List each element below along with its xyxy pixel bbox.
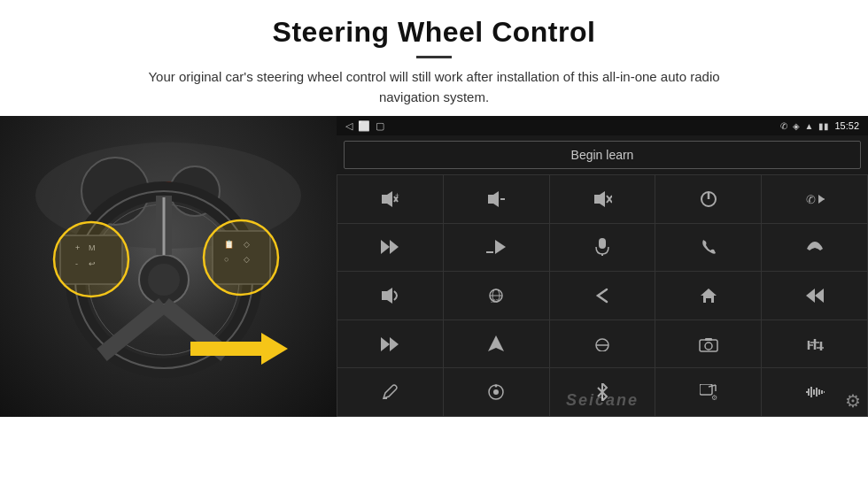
android-status-bar: ◁ ⬜ ▢ ✆ ◈ ▲ ▮▮ 15:52 (337, 116, 868, 135)
call-button[interactable] (655, 224, 761, 272)
svg-rect-44 (599, 238, 606, 249)
power-button[interactable] (655, 175, 761, 223)
svg-text:✆: ✆ (806, 193, 816, 206)
header-section: Steering Wheel Control Your original car… (0, 0, 868, 116)
android-panel-wrapper: ◁ ⬜ ▢ ✆ ◈ ▲ ▮▮ 15:52 Begin learn (337, 116, 868, 417)
android-panel: ◁ ⬜ ▢ ✆ ◈ ▲ ▮▮ 15:52 Begin learn (337, 116, 868, 417)
navigate-button[interactable] (444, 320, 549, 368)
skip-back-button[interactable] (762, 272, 867, 319)
vol-down-button[interactable] (444, 175, 549, 223)
svg-text:360°: 360° (491, 298, 500, 304)
svg-rect-61 (705, 338, 712, 341)
phone-icon: ✆ (780, 121, 787, 131)
svg-line-10 (102, 304, 164, 355)
svg-marker-40 (390, 240, 399, 254)
svg-marker-42 (495, 240, 506, 254)
equalizer-button[interactable] (762, 320, 867, 368)
next-track-button[interactable] (337, 224, 443, 272)
svg-marker-51 (701, 289, 717, 303)
status-right: ✆ ◈ ▲ ▮▮ 15:52 (780, 120, 859, 131)
speaker-button[interactable] (337, 272, 443, 319)
recents-icon: ▢ (376, 120, 384, 132)
svg-marker-25 (382, 191, 392, 207)
svg-point-60 (705, 343, 712, 350)
time-display: 15:52 (834, 120, 859, 131)
mic-button[interactable] (550, 224, 655, 272)
back-icon: ◁ (345, 120, 353, 132)
svg-marker-54 (381, 337, 390, 351)
svg-marker-31 (594, 191, 605, 207)
camera-button[interactable] (655, 320, 761, 368)
eject-button[interactable] (550, 320, 655, 368)
page-title: Steering Wheel Control (35, 16, 833, 49)
settings-knob-button[interactable] (444, 368, 549, 416)
status-left: ◁ ⬜ ▢ (345, 120, 384, 132)
fast-forward-button[interactable] (337, 320, 443, 368)
svg-marker-56 (488, 335, 504, 351)
mute-button[interactable] (550, 175, 655, 223)
svg-marker-39 (381, 240, 390, 254)
home-nav-button[interactable] (655, 272, 761, 319)
home-icon: ⬜ (358, 120, 370, 132)
phone-next-button[interactable]: ✆ (762, 175, 867, 223)
svg-marker-29 (488, 191, 499, 207)
svg-point-23 (54, 222, 128, 296)
steering-wheel-svg: + M - ↩ 📋 ◇ ○ ◇ (18, 125, 319, 390)
buttons-grid: + ✆ (337, 174, 868, 417)
svg-line-73 (709, 385, 716, 387)
svg-point-24 (204, 220, 278, 295)
end-call-button[interactable] (762, 224, 867, 272)
location-icon: ◈ (793, 121, 800, 131)
title-divider (416, 56, 452, 58)
svg-marker-53 (806, 289, 815, 303)
bluetooth-button[interactable] (550, 368, 655, 416)
vol-up-button[interactable]: + (337, 175, 443, 223)
wifi-icon: ▲ (805, 121, 814, 131)
gear-settings-icon[interactable]: ⚙ (845, 390, 861, 412)
svg-text:+: + (395, 191, 399, 199)
back-nav-button[interactable] (550, 272, 655, 319)
pen-button[interactable] (337, 368, 443, 416)
svg-text:⚙: ⚙ (711, 394, 717, 400)
subtitle: Your original car's steering wheel contr… (124, 67, 744, 107)
car-image-area: + M - ↩ 📋 ◇ ○ ◇ (0, 116, 337, 417)
svg-marker-55 (390, 337, 399, 351)
svg-marker-46 (382, 288, 392, 304)
svg-marker-52 (815, 289, 824, 303)
battery-icon: ▮▮ (818, 121, 829, 131)
begin-learn-button[interactable]: Begin learn (344, 141, 861, 169)
svg-point-71 (495, 385, 498, 388)
svg-point-70 (493, 389, 499, 395)
forward-button[interactable] (444, 224, 549, 272)
begin-learn-row: Begin learn (337, 135, 868, 174)
page-wrapper: Steering Wheel Control Your original car… (0, 0, 868, 485)
content-section: + M - ↩ 📋 ◇ ○ ◇ (0, 116, 868, 485)
camera360-button[interactable]: 360° (444, 272, 549, 319)
music-button[interactable]: ⚙ (655, 368, 761, 416)
svg-point-8 (148, 264, 180, 296)
